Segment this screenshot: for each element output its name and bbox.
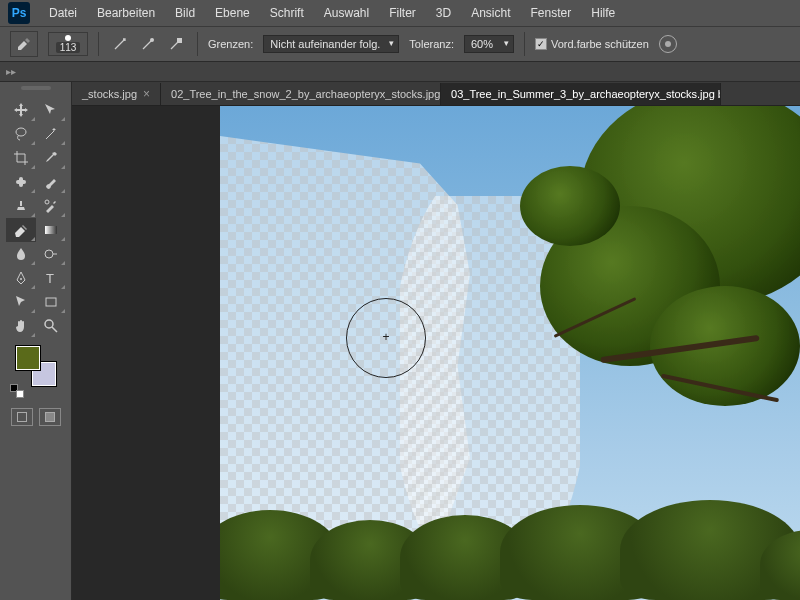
tool-preset-picker[interactable] xyxy=(10,31,38,57)
lasso-tool[interactable] xyxy=(6,122,36,146)
svg-point-8 xyxy=(20,278,22,280)
brush-size-value: 113 xyxy=(56,42,81,53)
default-colors-icon[interactable] xyxy=(10,384,24,398)
zoom-tool[interactable] xyxy=(36,314,66,338)
artboard-tool[interactable] xyxy=(36,98,66,122)
menu-select[interactable]: Auswahl xyxy=(315,2,378,24)
toolbox-handle[interactable] xyxy=(6,86,66,94)
checkbox-mark: ✓ xyxy=(535,38,547,50)
hand-tool[interactable] xyxy=(6,314,36,338)
tolerance-label: Toleranz: xyxy=(409,38,454,50)
document-tab[interactable]: _stocks.jpg× xyxy=(72,83,161,105)
brush-preset-picker[interactable]: 113 xyxy=(48,32,88,56)
brush-cursor xyxy=(346,298,426,378)
healing-brush-tool[interactable] xyxy=(6,170,36,194)
svg-rect-4 xyxy=(19,177,23,187)
sub-toolbar: ▸▸ xyxy=(0,62,800,82)
blur-tool[interactable] xyxy=(6,242,36,266)
sampling-once-icon[interactable] xyxy=(137,33,159,55)
menu-edit[interactable]: Bearbeiten xyxy=(88,2,164,24)
panel-toggle-icon[interactable]: ▸▸ xyxy=(6,66,16,77)
menu-type[interactable]: Schrift xyxy=(261,2,313,24)
app-logo: Ps xyxy=(8,2,30,24)
tolerance-input[interactable]: 60% xyxy=(464,35,514,53)
color-swatches[interactable] xyxy=(16,346,56,386)
menu-image[interactable]: Bild xyxy=(166,2,204,24)
menu-help[interactable]: Hilfe xyxy=(582,2,624,24)
menu-window[interactable]: Fenster xyxy=(522,2,581,24)
protect-foreground-label: Vord.farbe schützen xyxy=(551,38,649,50)
divider xyxy=(98,32,99,56)
svg-point-2 xyxy=(16,128,26,136)
document-tab[interactable]: 02_Tree_in_the_snow_2_by_archaeopteryx_s… xyxy=(161,83,441,105)
magic-wand-tool[interactable] xyxy=(36,122,66,146)
workspace: T _stocks.jpg× 02_Tree_in_the_snow_2_by_… xyxy=(0,82,800,600)
move-tool[interactable] xyxy=(6,98,36,122)
sampling-continuous-icon[interactable] xyxy=(109,33,131,55)
menu-layer[interactable]: Ebene xyxy=(206,2,259,24)
standard-mode-icon[interactable] xyxy=(11,408,33,426)
rectangle-tool[interactable] xyxy=(36,290,66,314)
menu-filter[interactable]: Filter xyxy=(380,2,425,24)
tab-label: _stocks.jpg xyxy=(82,88,137,100)
svg-text:T: T xyxy=(46,271,54,286)
history-brush-tool[interactable] xyxy=(36,194,66,218)
quickmask-mode-icon[interactable] xyxy=(39,408,61,426)
document-tab[interactable]: 03_Tree_in_Summer_3_by_archaeopteryx_sto… xyxy=(441,83,721,105)
brush-tool[interactable] xyxy=(36,170,66,194)
crop-tool[interactable] xyxy=(6,146,36,170)
divider xyxy=(197,32,198,56)
svg-rect-1 xyxy=(177,38,182,43)
canvas[interactable] xyxy=(220,106,800,600)
image-tree xyxy=(460,106,800,506)
eyedropper-tool[interactable] xyxy=(36,146,66,170)
pressure-target-icon[interactable] xyxy=(659,35,677,53)
brush-preview-dot xyxy=(65,35,71,41)
background-eraser-icon xyxy=(16,36,32,52)
dodge-tool[interactable] xyxy=(36,242,66,266)
image-bushes xyxy=(220,510,800,600)
document-tabs: _stocks.jpg× 02_Tree_in_the_snow_2_by_ar… xyxy=(72,82,800,106)
gradient-tool[interactable] xyxy=(36,218,66,242)
svg-point-11 xyxy=(45,320,53,328)
canvas-padding xyxy=(72,106,220,600)
protect-foreground-checkbox[interactable]: ✓ Vord.farbe schützen xyxy=(535,38,649,50)
pen-tool[interactable] xyxy=(6,266,36,290)
svg-rect-6 xyxy=(45,226,57,234)
foreground-color[interactable] xyxy=(16,346,40,370)
limits-select[interactable]: Nicht aufeinander folg. xyxy=(263,35,399,53)
tab-label: 02_Tree_in_the_snow_2_by_archaeopteryx_s… xyxy=(171,88,440,100)
type-tool[interactable]: T xyxy=(36,266,66,290)
tab-label: 03_Tree_in_Summer_3_by_archaeopteryx_sto… xyxy=(451,88,721,100)
svg-point-0 xyxy=(150,38,154,42)
menu-3d[interactable]: 3D xyxy=(427,2,460,24)
close-icon[interactable]: × xyxy=(143,87,150,101)
svg-point-7 xyxy=(45,250,53,258)
menu-bar: Ps Datei Bearbeiten Bild Ebene Schrift A… xyxy=(0,0,800,26)
svg-point-5 xyxy=(45,200,49,204)
svg-rect-10 xyxy=(46,298,56,306)
eraser-tool[interactable] xyxy=(6,218,36,242)
options-bar: 113 Grenzen: Nicht aufeinander folg. Tol… xyxy=(0,26,800,62)
sampling-swatch-icon[interactable] xyxy=(165,33,187,55)
clone-stamp-tool[interactable] xyxy=(6,194,36,218)
limits-label: Grenzen: xyxy=(208,38,253,50)
menu-view[interactable]: Ansicht xyxy=(462,2,519,24)
divider xyxy=(524,32,525,56)
document-area: _stocks.jpg× 02_Tree_in_the_snow_2_by_ar… xyxy=(72,82,800,600)
menu-file[interactable]: Datei xyxy=(40,2,86,24)
canvas-viewport[interactable] xyxy=(72,106,800,600)
path-select-tool[interactable] xyxy=(6,290,36,314)
toolbox: T xyxy=(0,82,72,600)
